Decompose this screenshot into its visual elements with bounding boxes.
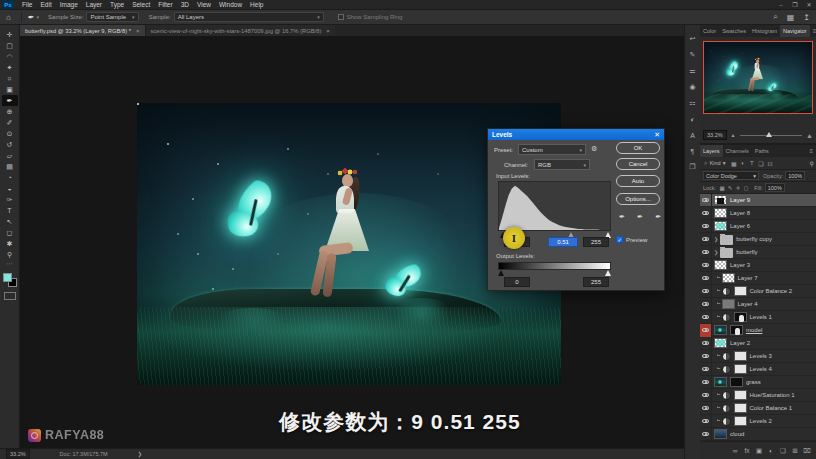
visibility-toggle[interactable] — [700, 220, 712, 233]
lock-all-icon[interactable]: ◻ — [742, 185, 750, 191]
sample-select[interactable]: All Layers▾ — [174, 12, 324, 22]
layer-thumbnail[interactable] — [722, 299, 735, 309]
foreground-color-swatch[interactable] — [3, 273, 12, 282]
panel-tab-navigator[interactable]: Navigator — [780, 25, 810, 37]
filter-kind-select[interactable]: Kind — [710, 160, 721, 166]
navigator-thumbnail[interactable] — [703, 41, 813, 114]
visibility-toggle[interactable] — [700, 194, 712, 207]
menu-window[interactable]: Window — [215, 1, 246, 8]
preset-select[interactable]: Custom▾ — [518, 144, 586, 155]
layer-row-layer-8[interactable]: Layer 8 — [700, 207, 816, 220]
paragraph-panel-icon[interactable]: ¶ — [691, 143, 695, 159]
filter-smartobject-icon[interactable]: ⊡ — [765, 160, 774, 167]
auto-button[interactable]: Auto — [616, 175, 660, 187]
layer-row-levels-2[interactable]: ⌐Levels 2 — [700, 415, 816, 428]
close-button[interactable]: ✕ — [802, 0, 816, 9]
opacity-value[interactable]: 100% — [785, 171, 805, 180]
status-menu-arrow[interactable]: ❯ — [138, 451, 143, 457]
dialog-title-bar[interactable]: Levels ✕ — [488, 129, 664, 140]
layer-mask-thumbnail[interactable] — [734, 364, 747, 374]
visibility-toggle[interactable] — [700, 389, 712, 402]
panel-tab-swatches[interactable]: Swatches — [719, 25, 749, 37]
frame-tool[interactable]: ▣ — [2, 84, 18, 95]
visibility-toggle[interactable] — [700, 233, 712, 246]
properties-panel-icon[interactable]: ◐ — [690, 111, 694, 127]
zoom-in-icon[interactable]: ▲ — [806, 132, 813, 139]
new-adjustment-icon[interactable]: ◐ — [765, 447, 777, 454]
visibility-toggle[interactable] — [700, 415, 712, 428]
layer-thumbnail[interactable] — [714, 260, 727, 270]
layer-row-cloud[interactable]: cloud — [700, 428, 816, 441]
layer-row-layer-7[interactable]: ⌐Layer 7 — [700, 272, 816, 285]
layer-mask-thumbnail[interactable] — [734, 416, 747, 426]
share-icon[interactable]: ↥ — [803, 13, 810, 22]
lock-position-icon[interactable]: ✛ — [734, 185, 742, 191]
sample-size-select[interactable]: Point Sample▾ — [86, 12, 138, 22]
panel-tab-paths[interactable]: Paths — [752, 145, 772, 157]
layer-thumbnail[interactable] — [714, 377, 727, 387]
layer-mask-thumbnail[interactable] — [734, 390, 747, 400]
libraries-panel-icon[interactable]: ❐ — [689, 159, 695, 175]
more-tools-icon[interactable]: ⋯ — [6, 260, 13, 269]
character-panel-icon[interactable]: A — [690, 127, 695, 143]
link-layers-icon[interactable]: ∞ — [729, 447, 741, 454]
layer-row-model[interactable]: model — [700, 324, 816, 337]
new-layer-icon[interactable]: ⊞ — [789, 447, 801, 455]
layer-thumbnail[interactable] — [714, 338, 727, 348]
dodge-tool[interactable]: ◒ — [2, 183, 18, 194]
menu-image[interactable]: Image — [56, 1, 82, 8]
pen-tool[interactable]: ✑ — [2, 194, 18, 205]
panel-tab-histogram[interactable]: Histogram — [749, 25, 780, 37]
brush-settings-panel-icon[interactable]: ✎ — [690, 47, 696, 63]
move-tool[interactable]: ✛ — [2, 29, 18, 40]
expand-caret-icon[interactable]: ❯ — [714, 236, 718, 242]
menu-filter[interactable]: Filter — [154, 1, 176, 8]
lock-pixels-icon[interactable]: ✎ — [726, 185, 734, 191]
eyedropper-icon[interactable]: ✒ — [28, 13, 35, 22]
document-tab-inactive[interactable]: scenic-view-of-night-sky-with-stars-1487… — [145, 25, 335, 36]
menu-select[interactable]: Select — [128, 1, 154, 8]
restore-button[interactable]: ❐ — [788, 0, 802, 9]
visibility-toggle[interactable] — [700, 402, 712, 415]
panel-tab-channels[interactable]: Channels — [723, 145, 752, 157]
layer-thumbnail[interactable] — [714, 195, 727, 205]
layer-row-levels-1[interactable]: ⌐Levels 1 — [700, 311, 816, 324]
white-point-eyedropper-icon[interactable]: ✒ — [655, 213, 661, 221]
eyedropper-tool[interactable]: ✒ — [2, 95, 18, 106]
layer-row-layer-3[interactable]: Layer 3 — [700, 259, 816, 272]
clone-source-panel-icon[interactable]: ⚌ — [689, 63, 695, 79]
eraser-tool[interactable]: ▱ — [2, 150, 18, 161]
options-button[interactable]: Options... — [616, 193, 660, 205]
visibility-toggle[interactable] — [700, 272, 712, 285]
panel-menu-icon[interactable]: ≡ — [806, 145, 816, 157]
gradient-tool[interactable]: ▤ — [2, 161, 18, 172]
visibility-toggle[interactable] — [700, 376, 712, 389]
visibility-toggle[interactable] — [700, 350, 712, 363]
filter-pin-icon[interactable]: ⚲ — [810, 160, 814, 167]
styles-panel-icon[interactable]: ⚏ — [689, 95, 695, 111]
blur-tool[interactable]: ◔ — [2, 172, 18, 183]
layer-row-levels-4[interactable]: ⌐Levels 4 — [700, 363, 816, 376]
menu-edit[interactable]: Edit — [36, 1, 55, 8]
layer-thumbnail[interactable] — [714, 208, 727, 218]
visibility-toggle[interactable] — [700, 428, 712, 441]
layer-thumbnail[interactable] — [714, 221, 727, 231]
show-sampling-ring-checkbox[interactable]: Show Sampling Ring — [338, 14, 403, 20]
visibility-toggle[interactable] — [700, 298, 712, 311]
layer-row-butterfly[interactable]: ❯butterfly — [700, 246, 816, 259]
layer-row-grass[interactable]: grass — [700, 376, 816, 389]
menu-view[interactable]: View — [193, 1, 215, 8]
history-panel-icon[interactable]: ↩ — [690, 31, 696, 47]
zoom-out-icon[interactable]: ▲ — [731, 132, 736, 138]
navigator-zoom-slider[interactable] — [740, 135, 803, 136]
layer-thumbnail[interactable] — [714, 429, 727, 439]
input-gamma-field[interactable]: 0.51 — [548, 237, 578, 247]
layer-mask-thumbnail[interactable] — [730, 325, 743, 335]
close-icon[interactable]: × — [326, 28, 330, 34]
fill-value[interactable]: 100% — [765, 183, 785, 192]
input-white-field[interactable]: 255 — [583, 237, 609, 247]
panel-menu-icon[interactable]: ≡ — [810, 25, 816, 37]
visibility-toggle[interactable] — [700, 324, 712, 337]
layer-row-butterfly-copy[interactable]: ❯butterfly copy — [700, 233, 816, 246]
status-zoom-field[interactable]: 33.2% — [6, 449, 30, 459]
